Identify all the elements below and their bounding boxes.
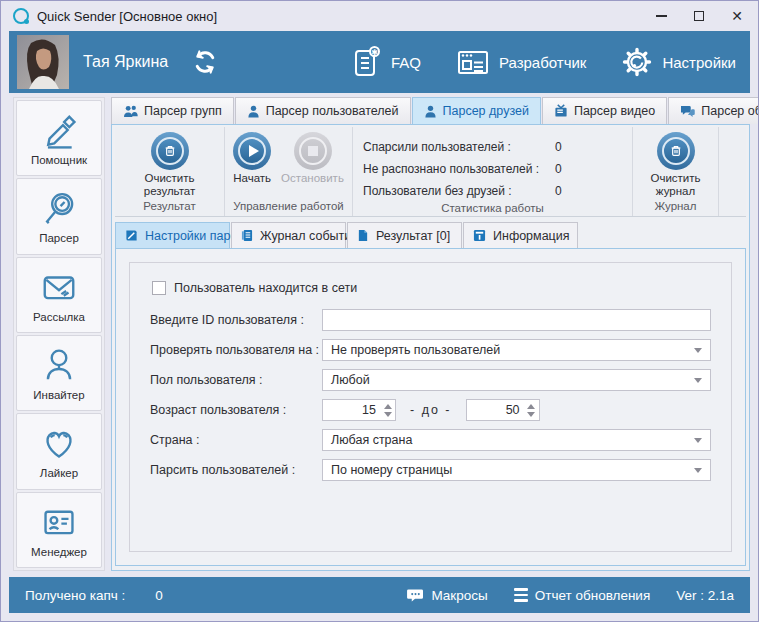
sidebar-item-inviter[interactable]: Инвайтер	[16, 335, 102, 411]
nav-developer[interactable]: Разработчик	[455, 47, 586, 77]
macros-button[interactable]: Макросы	[407, 588, 487, 603]
tab-event-log[interactable]: Журнал событий	[231, 222, 346, 248]
start-label: Начать	[233, 172, 271, 185]
tab-parser-discussions[interactable]: Парсер обсужд	[668, 97, 759, 124]
developer-icon	[455, 47, 491, 77]
version-label: Ver : 2.1a	[676, 588, 734, 603]
user-icon	[424, 105, 437, 118]
age-from-value: 15	[323, 400, 380, 420]
age-to-value: 50	[467, 400, 524, 420]
ribbon-caption-result: Результат	[119, 198, 220, 216]
dropdown-value: Не проверять пользователей	[331, 343, 500, 357]
clear-journal-button[interactable]: Очистить журнал	[637, 132, 714, 198]
tab-parser-friends[interactable]: Парсер друзей	[412, 97, 541, 124]
tab-label: Парсер друзей	[443, 104, 529, 118]
minimize-icon	[656, 15, 667, 17]
minimize-button[interactable]	[646, 4, 676, 28]
person-icon	[39, 345, 79, 385]
age-from-stepper[interactable]: 15	[322, 399, 396, 421]
tab-parser-video[interactable]: Парсер видео	[542, 97, 667, 124]
dropdown-value: Любой	[331, 373, 370, 387]
stat-parsed-users: Спарсили пользователей : 0	[363, 138, 628, 156]
faq-icon: ✱	[351, 45, 383, 79]
parse-field-label: Парсить пользователей :	[150, 463, 322, 477]
tab-label: Парсер пользователей	[266, 104, 399, 118]
sidebar-item-label: Помощник	[31, 154, 87, 166]
sync-icon[interactable]	[190, 47, 220, 77]
tab-result[interactable]: Результат [0]	[347, 222, 462, 248]
app-window: Quick Sender [Основное окно] ✕ Тая Яркин…	[0, 0, 759, 622]
chat-icon	[680, 105, 695, 118]
parse-users-dropdown[interactable]: По номеру страницы	[322, 459, 711, 481]
age-separator: - до -	[410, 403, 452, 417]
close-icon: ✕	[731, 9, 743, 23]
nav-developer-label: Разработчик	[499, 54, 586, 71]
settings-groupbox: Пользователь находится в сети Введите ID…	[129, 262, 732, 552]
nav-settings-label: Настройки	[662, 54, 736, 71]
doc-lines-icon	[241, 229, 253, 242]
user-name: Тая Яркина	[83, 53, 168, 71]
captcha-value: 0	[155, 588, 163, 603]
tab-label: Парсер обсужд	[701, 104, 759, 118]
tab-parser-users[interactable]: Парсер пользователей	[235, 97, 411, 124]
sidebar-item-label: Рассылка	[33, 311, 85, 323]
user-icon	[247, 105, 260, 118]
ribbon-caption-stats: Статистика работы	[357, 200, 628, 218]
nav-faq-label: FAQ	[391, 54, 421, 71]
stop-label: Остановить	[281, 172, 344, 185]
spin-up-icon[interactable]	[384, 404, 392, 409]
sidebar-item-manager[interactable]: Менеджер	[16, 492, 102, 568]
info-icon	[473, 229, 486, 242]
check-user-dropdown[interactable]: Не проверять пользователей	[322, 339, 711, 361]
maximize-button[interactable]	[684, 4, 714, 28]
chevron-down-icon	[694, 348, 702, 353]
bubble-icon	[407, 588, 424, 603]
id-field-label: Введите ID пользователя :	[150, 313, 322, 327]
main-area: Парсер групп Парсер пользователей	[111, 97, 750, 571]
online-checkbox[interactable]	[152, 281, 166, 295]
country-dropdown[interactable]: Любая страна	[322, 429, 711, 451]
sidebar-item-assistant[interactable]: Помощник	[16, 100, 102, 176]
start-button[interactable]: Начать	[233, 132, 271, 198]
inner-tab-bar: Настройки парсера Журнал событий Результ…	[115, 222, 746, 248]
update-report-button[interactable]: Отчет обновления	[514, 588, 650, 603]
clear-result-button[interactable]: Очистить результат	[119, 132, 220, 198]
ribbon-caption-journal: Журнал	[637, 198, 714, 216]
user-id-input[interactable]	[322, 309, 711, 331]
stat-unrecognized-users: Не распознано пользователей : 0	[363, 160, 628, 178]
play-icon	[238, 137, 266, 165]
tab-parser-settings[interactable]: Настройки парсера	[115, 222, 230, 248]
gender-dropdown[interactable]: Любой	[322, 369, 711, 391]
stop-button[interactable]: Остановить	[281, 132, 344, 198]
parser-settings-icon	[125, 229, 138, 242]
check-field-label: Проверять пользователя на :	[150, 343, 322, 357]
main-tab-bar: Парсер групп Парсер пользователей	[111, 97, 750, 124]
dropdown-value: Любая страна	[331, 433, 412, 447]
sidebar-item-mailing[interactable]: Рассылка	[16, 257, 102, 333]
sidebar-item-liker[interactable]: Лайкер	[16, 413, 102, 489]
doc-icon	[357, 229, 369, 242]
trash-icon	[156, 137, 184, 165]
spin-down-icon[interactable]	[384, 412, 392, 417]
sidebar-item-parser[interactable]: Парсер	[16, 178, 102, 254]
ribbon-caption-work: Управление работой	[229, 198, 348, 216]
inner-tab-label: Журнал событий	[260, 229, 358, 243]
maximize-icon	[694, 11, 704, 21]
nav-faq[interactable]: ✱ FAQ	[351, 45, 421, 79]
app-header: Тая Яркина ✱ FAQ	[9, 31, 750, 93]
sidebar-item-label: Парсер	[39, 232, 79, 244]
spin-down-icon[interactable]	[527, 412, 535, 417]
close-button[interactable]: ✕	[722, 4, 752, 28]
country-field-label: Страна :	[150, 433, 322, 447]
age-to-stepper[interactable]: 50	[466, 399, 540, 421]
tv-icon	[554, 104, 568, 118]
macros-label: Макросы	[431, 588, 487, 603]
mail-icon	[39, 267, 79, 307]
sidebar-item-label: Менеджер	[31, 546, 87, 558]
tab-parser-groups[interactable]: Парсер групп	[111, 97, 234, 124]
spin-up-icon[interactable]	[527, 404, 535, 409]
dropdown-value: По номеру страницы	[331, 463, 452, 477]
nav-settings[interactable]: Настройки	[620, 45, 736, 79]
tab-information[interactable]: Информация	[463, 222, 578, 248]
avatar[interactable]	[17, 35, 69, 89]
